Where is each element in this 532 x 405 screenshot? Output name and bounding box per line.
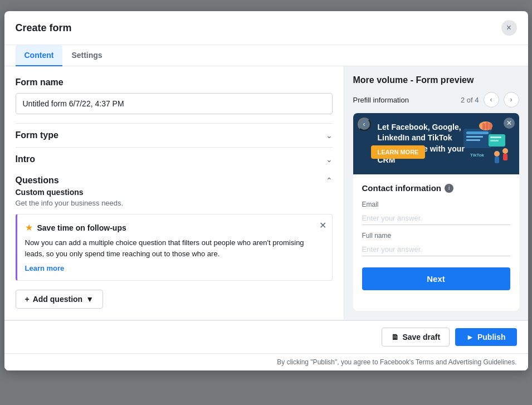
save-draft-button[interactable]: 🗎 Save draft: [382, 328, 450, 347]
questions-section: Questions ⌃ Custom questions Get the inf…: [16, 175, 333, 309]
form-name-input[interactable]: [16, 93, 333, 114]
bottom-bar: 🗎 Save draft ► Publish: [4, 320, 528, 353]
modal-title: Create form: [16, 22, 72, 34]
modal-tabs: Content Settings: [4, 45, 528, 66]
preview-nav: Prefill information 2 of 4 ‹ ›: [353, 92, 519, 108]
questions-chevron-icon: ⌃: [326, 176, 333, 185]
custom-questions-label: Custom questions: [16, 188, 333, 197]
intro-chevron-icon: ⌄: [326, 155, 333, 164]
tip-body: Now you can add a multiple choice questi…: [25, 237, 324, 259]
tip-learn-more-link[interactable]: Learn more: [25, 264, 65, 272]
preview-header: More volume - Form preview: [353, 75, 519, 85]
custom-questions-desc: Get the info your business needs.: [16, 199, 333, 207]
questions-title: Questions: [16, 175, 59, 186]
bottom-bar-container: 🗎 Save draft ► Publish By clicking "Publ…: [4, 320, 528, 370]
preview-banner-close-button[interactable]: ✕: [504, 118, 515, 129]
add-question-button[interactable]: + Add question ▼: [16, 290, 103, 309]
svg-rect-6: [490, 140, 499, 141]
preview-nav-pages: 2 of 4: [461, 96, 479, 104]
preview-nav-controls: 2 of 4 ‹ ›: [461, 92, 519, 108]
preview-next-button[interactable]: ›: [504, 92, 519, 108]
tab-content[interactable]: Content: [16, 45, 63, 66]
preview-card: ‹ Let Facebook, Google, LinkedIn and Tik…: [353, 113, 519, 311]
modal-overlay: Create form × Content Settings Form name…: [0, 0, 532, 405]
svg-rect-12: [495, 157, 499, 163]
preview-next-button[interactable]: Next: [362, 267, 510, 290]
left-panel: Form name Form type ⌄ Intro ⌄ Questions: [4, 66, 344, 320]
svg-point-13: [502, 148, 508, 154]
preview-prev-button[interactable]: ‹: [484, 92, 499, 108]
publish-send-icon: ►: [466, 333, 474, 341]
publish-button[interactable]: ► Publish: [455, 328, 516, 346]
fullname-placeholder: Enter your answer.: [362, 243, 510, 256]
form-type-section[interactable]: Form type ⌄: [16, 123, 333, 147]
tip-star-icon: ★: [25, 222, 33, 233]
form-type-chevron-icon: ⌄: [326, 131, 333, 140]
save-draft-icon: 🗎: [391, 333, 399, 341]
add-question-plus-icon: +: [25, 295, 30, 304]
add-question-label: Add question: [33, 295, 82, 304]
tip-header: ★ Save time on follow-ups: [25, 222, 324, 233]
add-question-dropdown-icon: ▼: [86, 295, 94, 304]
publish-notice: By clicking "Publish", you agree to Face…: [4, 353, 528, 370]
publish-notice-text: By clicking "Publish", you agree to Face…: [277, 358, 516, 366]
modal-close-button[interactable]: ×: [501, 20, 517, 36]
contact-info-header: Contact information i: [362, 183, 510, 193]
svg-rect-9: [486, 122, 489, 130]
questions-header: Questions ⌃: [16, 175, 333, 186]
publish-label: Publish: [477, 333, 506, 341]
email-field-group: Email Enter your answer.: [362, 201, 510, 225]
modal-header: Create form ×: [4, 11, 528, 45]
preview-banner-content: Let Facebook, Google, LinkedIn and TikTo…: [362, 122, 478, 165]
tip-title: Save time on follow-ups: [37, 223, 126, 232]
preview-banner: ‹ Let Facebook, Google, LinkedIn and Tik…: [353, 113, 519, 174]
intro-section[interactable]: Intro ⌄: [16, 147, 333, 171]
contact-info-icon: i: [445, 184, 453, 193]
save-draft-label: Save draft: [402, 333, 440, 341]
preview-banner-cta-button[interactable]: LEARN MORE: [371, 145, 426, 159]
form-name-section: Form name: [16, 77, 333, 114]
tip-box: ✕ ★ Save time on follow-ups Now you can …: [16, 214, 333, 281]
svg-point-11: [494, 151, 500, 157]
tip-close-button[interactable]: ✕: [319, 220, 326, 231]
contact-info-title: Contact information: [362, 183, 442, 193]
form-name-label: Form name: [16, 77, 333, 87]
preview-banner-text: Let Facebook, Google, LinkedIn and TikTo…: [378, 122, 478, 165]
svg-rect-8: [482, 123, 485, 130]
svg-rect-14: [503, 154, 507, 160]
tab-settings[interactable]: Settings: [62, 45, 111, 66]
preview-nav-label: Prefill information: [353, 96, 409, 104]
preview-form-area: Contact information i Email Enter your a…: [353, 174, 519, 311]
modal-body: Form name Form type ⌄ Intro ⌄ Questions: [4, 66, 528, 320]
fullname-label: Full name: [362, 232, 510, 240]
email-label: Email: [362, 201, 510, 208]
svg-rect-5: [490, 136, 501, 138]
svg-rect-10: [489, 123, 492, 130]
fullname-field-group: Full name Enter your answer.: [362, 232, 510, 256]
intro-label: Intro: [16, 154, 36, 164]
create-form-modal: Create form × Content Settings Form name…: [4, 11, 528, 370]
right-panel: More volume - Form preview Prefill infor…: [344, 66, 528, 320]
email-placeholder: Enter your answer.: [362, 212, 510, 225]
form-type-label: Form type: [16, 130, 58, 140]
